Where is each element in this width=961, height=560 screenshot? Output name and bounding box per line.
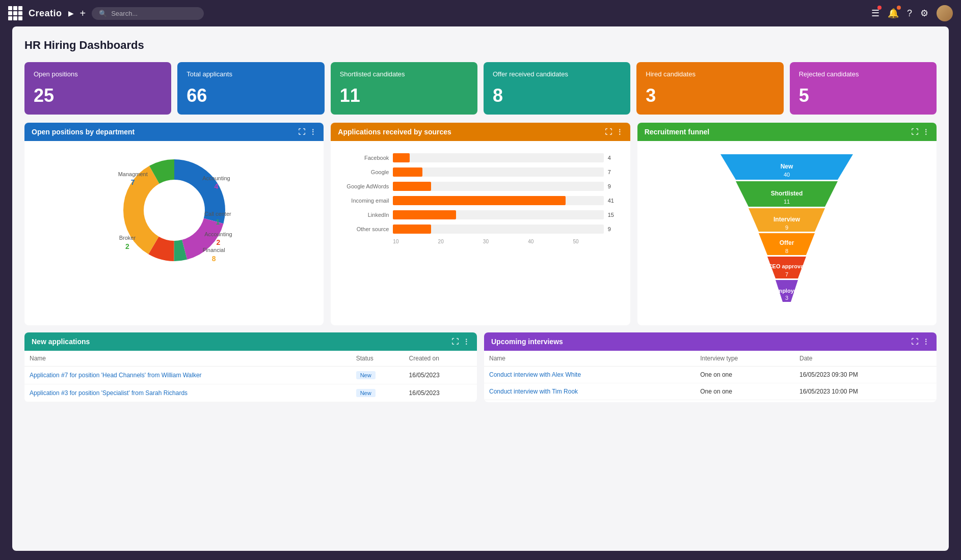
bar-track	[393, 210, 603, 219]
add-button[interactable]: +	[80, 8, 86, 19]
donut-chart: Managment 7 Accounting 4 Call center 1	[113, 149, 235, 271]
application-status: New	[351, 366, 404, 384]
col-date: Date	[794, 351, 937, 367]
app-logo: Creatio	[29, 8, 62, 19]
bar-row-google: Google 7	[343, 167, 618, 177]
interview-date: 16/05/2023 10:00 PM	[794, 383, 937, 400]
more-icon[interactable]: ⋮	[616, 128, 623, 136]
bar-label: LinkedIn	[343, 212, 389, 218]
bar-axis: 10 20 30 40 50	[343, 239, 618, 244]
hired-card: Hired candidates 3	[636, 62, 783, 115]
applications-panel-icons: ⛶ ⋮	[605, 128, 623, 136]
bell-icon[interactable]: 🔔	[888, 8, 899, 19]
expand-icon[interactable]: ⛶	[298, 128, 305, 136]
application-link[interactable]: Application #7 for position 'Head Channe…	[30, 372, 202, 379]
grid-menu-icon[interactable]	[8, 6, 22, 20]
stat-cards-row: Open positions 25 Total applicants 66 Sh…	[24, 62, 937, 115]
open-positions-value: 25	[34, 85, 162, 106]
table-row: Conduct interview with Alex White One on…	[484, 366, 937, 383]
svg-text:CEO approval: CEO approval	[768, 263, 806, 269]
interview-name: Conduct interview with Tim Rook	[484, 383, 695, 400]
offer-received-card: Offer received candidates 8	[484, 62, 630, 115]
search-input[interactable]	[111, 10, 193, 17]
bar-row-gad: Google AdWords 9	[343, 182, 618, 191]
bar-fill	[393, 153, 410, 162]
col-status: Status	[351, 351, 404, 367]
interview-date: 16/05/2023 09:30 PM	[794, 366, 937, 383]
funnel-panel-header: Recruitment funnel ⛶ ⋮	[637, 123, 937, 141]
bar-track	[393, 225, 603, 234]
bar-value: 9	[608, 183, 618, 189]
interviews-icons: ⛶ ⋮	[911, 338, 929, 346]
search-icon: 🔍	[99, 10, 107, 17]
funnel-panel-title: Recruitment funnel	[645, 128, 911, 136]
svg-text:7: 7	[785, 271, 788, 277]
interview-link[interactable]: Conduct interview with Tim Rook	[489, 388, 578, 395]
bar-track	[393, 182, 603, 191]
svg-text:9: 9	[785, 225, 788, 231]
user-avatar[interactable]	[937, 5, 953, 21]
open-positions-panel-body: Managment 7 Accounting 4 Call center 1	[24, 141, 324, 279]
axis-tick: 40	[528, 239, 573, 244]
bar-value: 15	[608, 212, 618, 218]
total-applicants-value: 66	[186, 85, 315, 106]
puzzle-badge	[877, 6, 882, 10]
panel-header-icons: ⛶ ⋮	[298, 128, 316, 136]
interviews-title: Upcoming interviews	[491, 338, 911, 346]
status-badge: New	[356, 371, 376, 379]
bar-label: Incoming email	[343, 198, 389, 204]
gear-icon[interactable]: ⚙	[920, 8, 928, 19]
new-applications-title: New applications	[32, 338, 451, 346]
search-bar[interactable]: 🔍	[92, 7, 204, 20]
svg-text:Employee: Employee	[773, 288, 800, 294]
rejected-label: Rejected candidates	[799, 70, 927, 79]
svg-text:8: 8	[785, 248, 788, 254]
nav-right-icons: ☰ 🔔 ? ⚙	[871, 5, 953, 21]
expand-icon[interactable]: ⛶	[451, 338, 459, 346]
application-status: New	[351, 384, 404, 402]
play-button[interactable]: ▶	[68, 9, 74, 17]
bar-label: Other source	[343, 226, 389, 232]
hired-label: Hired candidates	[646, 70, 774, 79]
more-icon[interactable]: ⋮	[922, 128, 929, 136]
expand-icon[interactable]: ⛶	[605, 128, 612, 136]
application-date: 16/05/2023	[404, 366, 477, 384]
open-positions-label: Open positions	[34, 70, 162, 79]
application-name: Application #3 for position 'Specialist'…	[24, 384, 351, 402]
axis-tick: 10	[393, 239, 438, 244]
rejected-value: 5	[799, 85, 927, 106]
total-applicants-card: Total applicants 66	[177, 62, 324, 115]
bell-badge	[897, 6, 901, 10]
svg-text:Interview: Interview	[773, 216, 800, 223]
bar-track	[393, 153, 603, 162]
interview-name: Conduct interview with Alex White	[484, 366, 695, 383]
bar-value: 9	[608, 226, 618, 232]
bar-chart: Facebook 4 Google 7 Google	[339, 149, 622, 244]
col-name: Name	[484, 351, 695, 367]
table-header-row: Name Status Created on	[24, 351, 477, 367]
help-icon[interactable]: ?	[907, 8, 912, 19]
expand-icon[interactable]: ⛶	[911, 128, 918, 136]
puzzle-icon[interactable]: ☰	[871, 8, 879, 19]
bar-label: Google AdWords	[343, 183, 389, 189]
expand-icon[interactable]: ⛶	[911, 338, 918, 346]
more-icon[interactable]: ⋮	[463, 338, 470, 346]
open-positions-card: Open positions 25	[24, 62, 171, 115]
interviews-table: Name Interview type Date Conduct intervi…	[484, 351, 937, 400]
svg-point-6	[145, 181, 204, 240]
bar-value: 7	[608, 169, 618, 175]
svg-text:3: 3	[785, 295, 788, 301]
application-link[interactable]: Application #3 for position 'Specialist'…	[30, 389, 188, 397]
shortlisted-card: Shortlisted candidates 11	[331, 62, 477, 115]
bar-fill	[393, 167, 422, 177]
funnel-panel-body: New 40 Shortlisted 11 Interview 9 Offer	[637, 141, 937, 325]
shortlisted-label: Shortlisted candidates	[340, 70, 468, 79]
bar-row-email: Incoming email 41	[343, 196, 618, 205]
more-icon[interactable]: ⋮	[922, 338, 929, 346]
more-icon[interactable]: ⋮	[309, 128, 316, 136]
interview-link[interactable]: Conduct interview with Alex White	[489, 371, 581, 378]
new-applications-panel: New applications ⛶ ⋮ Name Status Created…	[24, 332, 477, 402]
table-row: Conduct interview with Tim Rook One on o…	[484, 383, 937, 400]
rejected-card: Rejected candidates 5	[790, 62, 937, 115]
bar-label: Google	[343, 169, 389, 175]
